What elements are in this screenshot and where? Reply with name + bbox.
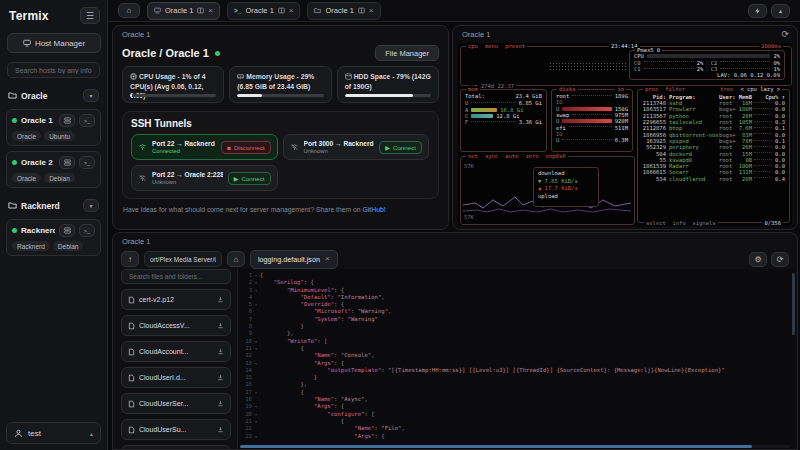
wifi-icon [138, 143, 147, 151]
fold-icon[interactable]: ▾ [252, 403, 260, 410]
fold-icon[interactable] [252, 381, 260, 388]
file-item[interactable]: CloudAccount... [121, 341, 231, 362]
home-button[interactable]: ⌂ [118, 3, 140, 18]
download-file-button[interactable] [217, 400, 224, 407]
fold-icon[interactable]: ▾ [252, 338, 260, 345]
stat-cards: CPU Usage - 1% of 4 CPU(s) (Avg 0.06, 0.… [113, 65, 448, 103]
fold-icon[interactable]: ▾ [252, 345, 260, 352]
chevron-down-icon[interactable]: ▾ [83, 199, 99, 212]
file-item[interactable]: CloudUserSu... [121, 419, 231, 440]
refresh-button[interactable]: ⟳ [781, 29, 789, 39]
terminal-icon: >_ [84, 160, 90, 166]
file-item[interactable]: cert-v2.p12 [121, 289, 231, 310]
tab-terminal[interactable]: >_ Oracle 1 × [227, 2, 300, 20]
scrollbar-thumb[interactable] [240, 445, 752, 448]
code-line: 21 ▾ { [238, 418, 796, 425]
code-line: 15 } [238, 374, 796, 381]
host-card-racknerd-1[interactable]: Racknerd 1 >_ Racknerd Debian [6, 219, 101, 256]
tunnel-card: Port 22 → Oracle 2:228 Unknown ▶Connect [131, 165, 278, 191]
fold-icon[interactable]: ▾ [252, 360, 260, 367]
file-manager-button[interactable]: File Manager [375, 45, 439, 61]
fold-icon[interactable]: ▾ [252, 301, 260, 308]
close-tab-button[interactable]: × [208, 7, 213, 15]
fold-icon[interactable] [252, 425, 260, 432]
disconnect-button[interactable]: ■Disconnect [221, 141, 270, 154]
fold-icon[interactable]: ▾ [252, 287, 260, 294]
path-input[interactable] [144, 251, 222, 267]
split-view-icon[interactable] [358, 7, 365, 14]
host-terminal-button[interactable]: >_ [79, 156, 95, 169]
file-item[interactable]: CloudUserSer... [121, 393, 231, 414]
github-link[interactable]: GitHub! [363, 206, 386, 213]
fold-icon[interactable] [252, 352, 260, 359]
host-server-button[interactable] [59, 224, 75, 237]
host-terminal-button[interactable]: >_ [79, 114, 95, 127]
file-item[interactable]: CloudUserI.d... [121, 367, 231, 388]
host-card-oracle-2[interactable]: Oracle 2 >_ Oracle Debian [6, 151, 101, 188]
file-item[interactable] [121, 445, 231, 449]
fold-icon[interactable]: ▾ [252, 272, 260, 279]
file-search [121, 269, 231, 284]
split-view-icon[interactable] [278, 7, 285, 14]
close-tab-button[interactable]: × [369, 7, 374, 15]
fold-icon[interactable] [252, 374, 260, 381]
fold-icon[interactable]: ▾ [252, 279, 260, 286]
user-menu[interactable]: test ▴ [6, 422, 101, 444]
fold-icon[interactable] [252, 396, 260, 403]
group-header-racknerd[interactable]: Racknerd ▾ [6, 197, 101, 214]
download-file-button[interactable] [217, 296, 224, 303]
close-file-button[interactable]: × [325, 255, 330, 263]
download-file-button[interactable] [217, 348, 224, 355]
collapse-tabs-button[interactable]: ▴ [771, 4, 790, 18]
code-line: 1 ▾ { [238, 272, 796, 279]
host-tags: Oracle Debian [12, 173, 95, 183]
fold-icon[interactable]: ▾ [252, 411, 260, 418]
server-stats-panel: Oracle 1 Oracle / Oracle 1 File Manager … [112, 25, 449, 230]
close-tab-button[interactable]: × [289, 7, 294, 15]
host-terminal-button[interactable]: >_ [79, 224, 95, 237]
terminal-screen[interactable]: cpu menu preset 23:44:14 2000ms up 274d … [458, 43, 792, 226]
fold-icon[interactable]: ▾ [252, 433, 260, 440]
group-header-oracle[interactable]: Oracle ▾ [6, 87, 101, 104]
tab-file-manager[interactable]: Oracle 1 × [307, 2, 380, 20]
download-file-button[interactable] [217, 374, 224, 381]
line-number: 15 [238, 374, 252, 381]
horizontal-scrollbar[interactable] [240, 445, 790, 448]
quick-actions-button[interactable] [748, 4, 767, 18]
home-directory-button[interactable]: ⌂ [227, 251, 245, 267]
parent-directory-button[interactable]: ↑ [121, 251, 139, 267]
line-number: 23 [238, 433, 252, 440]
file-item[interactable]: CloudAccessV... [121, 315, 231, 336]
fold-icon[interactable] [252, 367, 260, 374]
download-file-button[interactable] [217, 322, 224, 329]
fold-icon[interactable]: ▾ [252, 418, 260, 425]
settings-button[interactable]: ⚙ [749, 252, 767, 267]
tab-server-stats[interactable]: Oracle 1 × [147, 2, 220, 20]
host-server-button[interactable] [59, 156, 75, 169]
download-file-button[interactable] [217, 426, 224, 433]
host-card-oracle-1[interactable]: Oracle 1 >_ Oracle Ubuntu [6, 109, 101, 146]
tunnel-card: Port 3000 → Racknerd 1:3001 Unknown ▶Con… [283, 134, 430, 160]
connect-button[interactable]: ▶Connect [228, 172, 271, 185]
vertical-scrollbar[interactable] [792, 273, 795, 335]
connect-button[interactable]: ▶Connect [379, 141, 422, 154]
line-number: 17 [238, 389, 252, 396]
open-file-tab[interactable]: logging.default.json × [250, 250, 338, 269]
fold-icon[interactable] [252, 308, 260, 315]
host-search-input[interactable] [13, 66, 94, 75]
fold-icon[interactable] [252, 294, 260, 301]
fold-icon[interactable] [252, 316, 260, 323]
file-search-input[interactable] [127, 272, 225, 281]
chevron-down-icon[interactable]: ▾ [83, 89, 99, 102]
split-view-icon[interactable] [197, 7, 204, 14]
host-manager-button[interactable]: Host Manager [7, 33, 101, 53]
refresh-files-button[interactable]: ⟳ [771, 252, 789, 267]
fold-icon[interactable] [252, 330, 260, 337]
fold-icon[interactable]: ▾ [252, 389, 260, 396]
fold-icon[interactable] [252, 323, 260, 330]
host-server-button[interactable] [59, 114, 75, 127]
sidebar-toggle-button[interactable]: ☰ [80, 7, 100, 24]
code-editor[interactable]: 1 ▾ { 2 ▾ "Serilog": { 3 ▾ "Mi [237, 269, 796, 449]
line-number: 14 [238, 367, 252, 374]
line-number: 20 [238, 411, 252, 418]
